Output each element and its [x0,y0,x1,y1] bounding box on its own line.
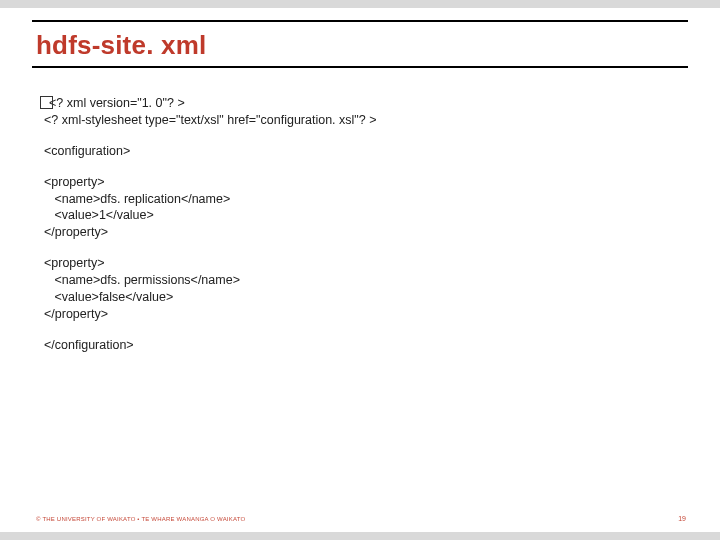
slide-body: <? xml version="1. 0"? > <? xml-styleshe… [44,94,664,368]
footer-copyright: © THE UNIVERSITY OF WAIKATO • TE WHARE W… [36,516,245,522]
rule-under-title [32,66,688,68]
xml-config-close: </configuration> [44,337,664,354]
xml-property-2: <property> <name>dfs. permissions</name>… [44,255,664,323]
xml-stylesheet-line: <? xml-stylesheet type="text/xsl" href="… [44,113,377,127]
xml-decl-line: <? xml version="1. 0"? > [49,96,185,110]
slide-title: hdfs-site. xml [36,30,206,61]
page-number: 19 [678,515,686,522]
xml-config-open: <configuration> [44,143,664,160]
slide: hdfs-site. xml <? xml version="1. 0"? > … [0,8,720,532]
xml-declaration-block: <? xml version="1. 0"? > <? xml-styleshe… [44,94,664,129]
rule-top [32,20,688,22]
xml-property-1: <property> <name>dfs. replication</name>… [44,174,664,242]
square-bullet-icon [40,96,53,109]
